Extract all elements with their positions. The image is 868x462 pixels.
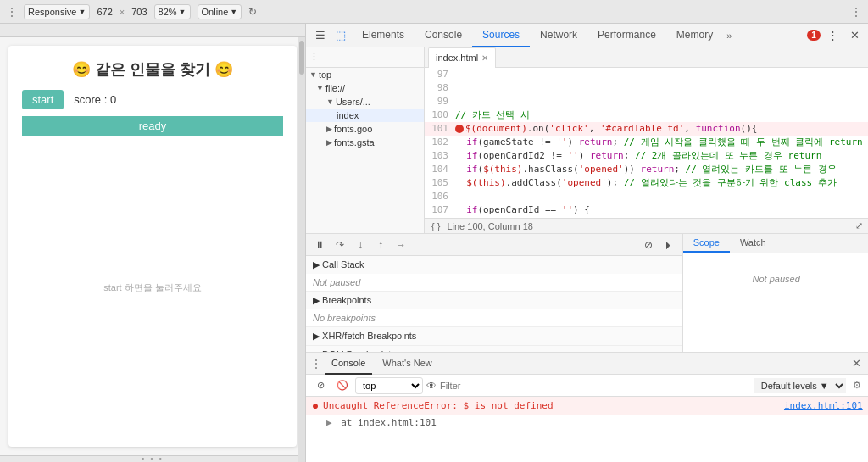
console-close-btn[interactable]: ✕ <box>849 356 865 371</box>
toolbar-more-left[interactable]: ⋮ <box>7 6 17 18</box>
console-filter-bar: ⊘ 🚫 top 👁 Default levels ▼ ⚙ <box>306 375 868 397</box>
debug-more-btn[interactable]: ⏵ <box>660 237 677 253</box>
sources-more-icon[interactable]: ⋮ <box>309 52 319 63</box>
bottom-resize[interactable]: • • • <box>0 455 305 462</box>
tab-console[interactable]: Console <box>415 24 472 47</box>
code-tab-index[interactable]: index.html ✕ <box>428 47 496 68</box>
tree-arrow-users: ▼ <box>326 97 334 106</box>
default-levels-select[interactable]: Default levels ▼ <box>754 378 846 393</box>
expand-icon[interactable]: ⤢ <box>855 220 863 231</box>
devtools-toggle-btn[interactable]: ☰ <box>311 26 330 45</box>
ruler <box>0 24 305 37</box>
tree-index[interactable]: index <box>306 109 424 122</box>
tree-file[interactable]: ▼ file:// <box>306 81 424 95</box>
xhr-label: ▶ XHR/fetch Breakpoints <box>313 331 416 342</box>
console-content: ● Uncaught ReferenceError: $ is not defi… <box>306 397 868 462</box>
expand-arrow-icon: ▶ <box>326 417 332 428</box>
tab-more[interactable]: » <box>723 31 735 41</box>
main-area: 😊 같은 인물을 찾기 😊 start score : 0 ready star… <box>0 24 868 462</box>
sources-sidebar: ⋮ ▼ top ▼ file:// ▼ Users/... <box>306 47 425 233</box>
devtools-close-btn[interactable]: ✕ <box>846 26 865 45</box>
xhr-header[interactable]: ▶ XHR/fetch Breakpoints <box>306 327 682 345</box>
deactivate-btn[interactable]: ⊘ <box>640 237 657 253</box>
debugger-panel: ⏸ ↷ ↓ ↑ → ⊘ ⏵ ▶ Call Stack <box>306 234 868 353</box>
zoom-dropdown[interactable]: 82% ▼ <box>154 4 191 19</box>
eye-icon[interactable]: 👁 <box>426 380 437 392</box>
call-stack-section: ▶ Call Stack Not paused <box>306 256 682 292</box>
start-button[interactable]: start <box>22 90 64 109</box>
code-panel: index.html ✕ 97 98 <box>425 47 868 233</box>
online-label: Online <box>202 7 229 17</box>
score-text: score : 0 <box>74 93 116 106</box>
scope-tab[interactable]: Scope <box>683 234 730 253</box>
code-line-103: 103 if(openCardId2 != '') return; // 2개 … <box>425 149 868 163</box>
code-line-106: 106 <box>425 190 868 203</box>
console-error-location[interactable]: index.html:101 <box>784 400 863 411</box>
call-stack-label: ▶ Call Stack <box>313 259 364 270</box>
dom-header[interactable]: ▶ DOM Breakpoints <box>306 346 682 352</box>
whats-new-tab[interactable]: What's New <box>376 353 438 375</box>
height-value: 703 <box>131 7 147 17</box>
pause-btn[interactable]: ⏸ <box>311 237 328 253</box>
filter-input[interactable] <box>440 381 751 391</box>
console-settings-btn[interactable]: ⚙ <box>849 378 865 393</box>
devtools-topbar: ☰ ⬚ Elements Console Sources Network Per… <box>306 24 868 47</box>
step-out-btn[interactable]: ↑ <box>372 237 389 253</box>
game-container: 😊 같은 인물을 찾기 😊 start score : 0 ready star… <box>8 46 297 447</box>
code-line-98: 98 <box>425 81 868 95</box>
step-over-btn[interactable]: ↷ <box>331 237 348 253</box>
tree-fonts-gsta[interactable]: ▶ fonts.gsta <box>306 136 424 149</box>
debug-right: Scope Watch Not paused <box>683 234 868 352</box>
tab-memory[interactable]: Memory <box>666 24 723 47</box>
game-header: start score : 0 <box>22 90 283 109</box>
code-tab-close[interactable]: ✕ <box>481 53 488 63</box>
breakpoints-header[interactable]: ▶ Breakpoints <box>306 292 682 309</box>
tree-arrow-fonts-gsta: ▶ <box>326 138 332 147</box>
resize-handle: • • • <box>142 454 164 462</box>
tree-fonts-goo[interactable]: ▶ fonts.goo <box>306 122 424 136</box>
code-line-97: 97 <box>425 68 868 81</box>
tree-top[interactable]: ▼ top <box>306 68 424 81</box>
console-clear-btn[interactable]: 🚫 <box>333 376 352 395</box>
ready-bar: ready <box>22 116 283 136</box>
no-breakpoints-text: No breakpoints <box>313 313 376 323</box>
browser-scrollbar[interactable] <box>298 37 305 462</box>
debug-right-tabs: Scope Watch <box>683 234 868 253</box>
braces-icon: { } <box>431 221 440 231</box>
devtools-inspect-btn[interactable]: ⬚ <box>331 26 350 45</box>
watch-tab[interactable]: Watch <box>730 234 776 253</box>
devtools-more-btn[interactable]: ⋮ <box>824 26 843 45</box>
scrollbar-thumb <box>299 41 304 75</box>
online-chevron: ▼ <box>230 8 237 16</box>
tab-elements[interactable]: Elements <box>352 24 415 47</box>
step-into-btn[interactable]: ↓ <box>352 237 369 253</box>
tree-arrow-file: ▼ <box>316 84 324 92</box>
devtools-panel: ☰ ⬚ Elements Console Sources Network Per… <box>306 24 868 462</box>
code-area[interactable]: 97 98 99 100 // 카드 선택 <box>425 68 868 218</box>
tab-performance[interactable]: Performance <box>587 24 666 47</box>
placeholder-text: start 하면을 눌러주세요 <box>103 281 202 294</box>
error-sub-text: at index.html:101 <box>341 417 437 428</box>
tree-users[interactable]: ▼ Users/... <box>306 95 424 109</box>
console-expand-row[interactable]: ▶ at index.html:101 <box>306 415 868 430</box>
sources-toolbar: ⋮ <box>306 47 424 68</box>
responsive-dropdown[interactable]: Responsive ▼ <box>24 4 90 19</box>
console-context-select[interactable]: top <box>355 377 423 394</box>
tab-network[interactable]: Network <box>530 24 587 47</box>
online-dropdown[interactable]: Online ▼ <box>198 4 242 19</box>
devtools-top-right: 1 ⋮ ✕ <box>804 26 865 45</box>
game-title: 😊 같은 인물을 찾기 😊 <box>72 59 233 80</box>
call-stack-header[interactable]: ▶ Call Stack <box>306 256 682 274</box>
breakpoints-content: No breakpoints <box>306 309 682 326</box>
browser-panel: 😊 같은 인물을 찾기 😊 start score : 0 ready star… <box>0 24 306 462</box>
tab-sources[interactable]: Sources <box>472 24 530 47</box>
console-tab[interactable]: Console <box>325 353 372 375</box>
toolbar-more-right[interactable]: ⋮ <box>851 6 861 18</box>
console-exec-icon[interactable]: ⊘ <box>311 376 330 395</box>
tree-arrow-top: ▼ <box>309 70 317 79</box>
console-more-icon[interactable]: ⋮ <box>311 358 321 370</box>
step-btn[interactable]: → <box>392 237 409 253</box>
refresh-icon[interactable]: ↻ <box>248 6 257 18</box>
code-tab-bar: index.html ✕ <box>425 47 868 68</box>
position-text: Line 100, Column 18 <box>447 221 533 231</box>
